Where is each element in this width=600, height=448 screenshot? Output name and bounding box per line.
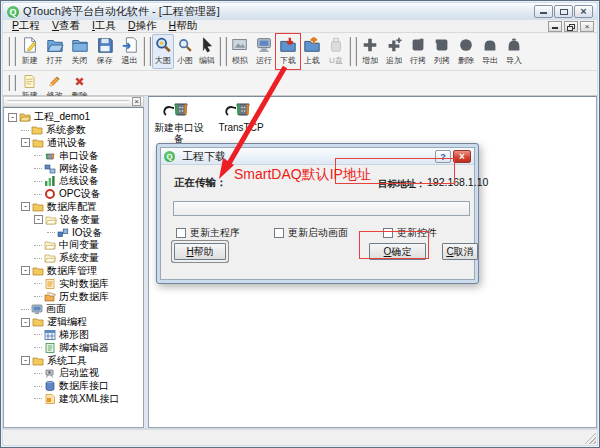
xml-sm-icon bbox=[44, 393, 56, 405]
tree-item[interactable]: 建筑XML接口 bbox=[4, 393, 143, 406]
tree-item[interactable]: 历史数据库 bbox=[4, 290, 143, 303]
tree-item[interactable]: 梯形图 bbox=[4, 329, 143, 342]
mdi-restore-button[interactable] bbox=[564, 21, 578, 32]
menu-工程[interactable]: P工程 bbox=[6, 19, 46, 31]
tree-item[interactable]: 串口设备 bbox=[4, 149, 143, 162]
toolbar2-button-doc-yellow[interactable]: 新建 bbox=[17, 72, 42, 94]
toolbar2-button-del-x[interactable]: 删除 bbox=[67, 72, 92, 94]
panel-close-button[interactable]: × bbox=[132, 97, 141, 106]
del-circle-icon bbox=[456, 36, 476, 54]
menu-操作[interactable]: D操作 bbox=[122, 19, 163, 31]
tree-item[interactable]: -数据库配置 bbox=[4, 201, 143, 214]
toolbar-handle[interactable] bbox=[219, 37, 227, 66]
tree-item[interactable]: -数据库管理 bbox=[4, 265, 143, 278]
tree-expander-icon[interactable]: - bbox=[21, 202, 30, 211]
tree-item[interactable]: IO设备 bbox=[4, 226, 143, 239]
toolbar-button-plus[interactable]: 增加 bbox=[358, 34, 382, 69]
toolbar-handle[interactable] bbox=[8, 37, 16, 66]
tree-expander-icon[interactable]: - bbox=[21, 356, 30, 365]
upload-icon bbox=[302, 36, 322, 54]
menu-帮助[interactable]: H帮助 bbox=[163, 19, 204, 31]
tree-item[interactable]: 画面 bbox=[4, 303, 143, 316]
maximize-button[interactable] bbox=[554, 5, 573, 18]
tree-item[interactable]: 数据库接口 bbox=[4, 380, 143, 393]
toolbar-button-cursor[interactable]: 编辑 bbox=[196, 34, 218, 69]
checkbox-box[interactable] bbox=[274, 228, 284, 238]
tree-expander-icon[interactable]: - bbox=[34, 215, 43, 224]
tree-item[interactable]: 系统变量 bbox=[4, 252, 143, 265]
tree-item[interactable]: OPC设备 bbox=[4, 188, 143, 201]
ok-button[interactable]: O确定 bbox=[369, 243, 426, 260]
checkbox-box[interactable] bbox=[383, 228, 393, 238]
tree-item[interactable]: 网络设备 bbox=[4, 162, 143, 175]
tree-item[interactable]: 总线设备 bbox=[4, 175, 143, 188]
tree-item[interactable]: 中间变量 bbox=[4, 239, 143, 252]
workspace-shortcut[interactable]: TransTCP bbox=[213, 99, 269, 133]
workspace-shortcut[interactable]: 新建串口设备 bbox=[151, 99, 207, 144]
tree-expander-icon[interactable]: - bbox=[21, 318, 30, 327]
io-sm-icon bbox=[57, 227, 69, 239]
toolbar2-button-pencil[interactable]: 修改 bbox=[42, 72, 67, 94]
toolbar-handle[interactable] bbox=[349, 37, 357, 66]
tree-item[interactable]: -通讯设备 bbox=[4, 137, 143, 150]
toolbar-button-upload[interactable]: 上载 bbox=[300, 34, 324, 69]
project-tree-panel: × -工程_demo1系统参数-通讯设备串口设备网络设备总线设备OPC设备-数据… bbox=[3, 96, 144, 428]
opc-sm-icon bbox=[44, 188, 56, 200]
tree-connector bbox=[34, 258, 42, 259]
tree-item[interactable]: 实时数据库 bbox=[4, 277, 143, 290]
run-icon bbox=[254, 36, 274, 54]
dialog-close-button[interactable]: × bbox=[453, 150, 471, 163]
minimize-button[interactable] bbox=[534, 5, 553, 18]
toolbar-button-doc-new[interactable]: 新建 bbox=[17, 34, 42, 69]
folder-open-sm-icon bbox=[19, 111, 31, 123]
toolbar-button-del-circle[interactable]: 删除 bbox=[454, 34, 478, 69]
help-button[interactable]: H帮助 bbox=[174, 243, 226, 260]
tree-item[interactable]: -工程_demo1 bbox=[4, 111, 143, 124]
mdi-minimize-button[interactable] bbox=[548, 21, 562, 32]
tree-connector bbox=[34, 283, 42, 284]
toolbar-button-run[interactable]: 运行 bbox=[252, 34, 276, 69]
mdi-controls: × bbox=[548, 21, 594, 32]
zoom-large-icon bbox=[153, 36, 173, 54]
checkbox-box[interactable] bbox=[176, 228, 186, 238]
tree-item[interactable]: 脚本编辑器 bbox=[4, 341, 143, 354]
toolbar-handle[interactable] bbox=[143, 37, 151, 66]
menu-工具[interactable]: I工具 bbox=[86, 19, 122, 31]
dialog-help-button[interactable]: ? bbox=[435, 150, 451, 163]
tree-expander-icon[interactable]: - bbox=[21, 138, 30, 147]
varfolder-sm-icon bbox=[44, 252, 56, 264]
tree-expander-icon[interactable]: - bbox=[8, 113, 17, 122]
plus-append-icon bbox=[384, 36, 404, 54]
tree-item[interactable]: -逻辑编程 bbox=[4, 316, 143, 329]
tree-item[interactable]: 系统参数 bbox=[4, 124, 143, 137]
toolbar-button-simulate[interactable]: 模拟 bbox=[228, 34, 252, 69]
resize-grip[interactable] bbox=[584, 432, 596, 444]
toolbar-button-download[interactable]: 下载 bbox=[276, 34, 300, 69]
panel-header: × bbox=[3, 96, 144, 107]
tree-item[interactable]: -设备变量 bbox=[4, 213, 143, 226]
mdi-close-button[interactable]: × bbox=[580, 21, 594, 32]
toolbar-button-col-copy[interactable]: 列拷 bbox=[430, 34, 454, 69]
usb-icon bbox=[326, 36, 346, 54]
toolbar-button-export[interactable]: 导出 bbox=[478, 34, 502, 69]
checkbox-1[interactable]: 更新主程序 bbox=[176, 226, 240, 240]
toolbar-handle[interactable] bbox=[8, 75, 16, 91]
toolbar-button-folder-close[interactable]: 关闭 bbox=[67, 34, 92, 69]
menu-查看[interactable]: V查看 bbox=[46, 19, 86, 31]
close-button[interactable]: × bbox=[574, 5, 593, 18]
toolbar-button-row-copy[interactable]: 行拷 bbox=[406, 34, 430, 69]
cancel-button[interactable]: C取消 bbox=[442, 243, 478, 260]
toolbar-button-plus-append[interactable]: 追加 bbox=[382, 34, 406, 69]
tree-item[interactable]: 启动监视 bbox=[4, 367, 143, 380]
checkbox-3[interactable]: 更新控件 bbox=[383, 226, 437, 240]
tree-item[interactable]: -系统工具 bbox=[4, 354, 143, 367]
tree-expander-icon[interactable]: - bbox=[21, 266, 30, 275]
toolbar-button-folder-open[interactable]: 打开 bbox=[42, 34, 67, 69]
toolbar-button-import[interactable]: 导入 bbox=[502, 34, 526, 69]
toolbar-button-usb[interactable]: U盘 bbox=[324, 34, 348, 69]
toolbar-button-doc-exit[interactable]: 退出 bbox=[117, 34, 142, 69]
toolbar-button-zoom-small[interactable]: 小图 bbox=[174, 34, 196, 69]
checkbox-2[interactable]: 更新启动画面 bbox=[274, 226, 348, 240]
toolbar-button-zoom-large[interactable]: 大图 bbox=[152, 34, 174, 69]
toolbar-button-floppy[interactable]: 保存 bbox=[92, 34, 117, 69]
